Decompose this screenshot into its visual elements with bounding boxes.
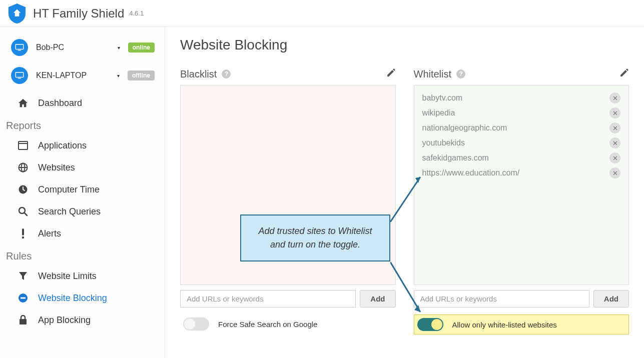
remove-button[interactable]: ✕ (609, 168, 620, 178)
svg-rect-4 (19, 142, 28, 150)
whitelist-column: Whitelist ? babytv.com✕wikipedia✕nationa… (414, 68, 629, 334)
list-item: wikipedia✕ (417, 106, 626, 120)
device-bob-pc[interactable]: Bob-PC ▾ online (0, 36, 165, 59)
device-name: KEN-LAPTOP (36, 71, 117, 80)
callout-arrow-icon (390, 172, 425, 222)
status-badge: offline (128, 70, 155, 80)
remove-button[interactable]: ✕ (609, 138, 620, 148)
nav-search-queries[interactable]: Search Queries (0, 200, 165, 222)
nav-label: Websites (38, 162, 75, 173)
alert-icon (17, 228, 29, 240)
svg-rect-16 (20, 319, 27, 324)
safe-search-row: Force Safe Search on Google (180, 314, 396, 334)
caret-down-icon: ▾ (117, 73, 120, 78)
svg-line-11 (25, 213, 27, 216)
svg-point-13 (22, 236, 24, 238)
whitelist-box: babytv.com✕wikipedia✕nationalgeographic.… (414, 85, 629, 285)
sidebar: Bob-PC ▾ online KEN-LAPTOP ▾ offline Das… (0, 27, 165, 358)
blacklist-column: Blacklist ? Add Force Safe Search on Goo… (180, 68, 396, 334)
filter-icon (17, 270, 29, 282)
page-title: Website Blocking (180, 37, 629, 53)
section-rules: Rules (0, 244, 165, 265)
list-item: babytv.com✕ (417, 90, 626, 106)
nav-label: Dashboard (38, 98, 82, 108)
nav-label: Website Blocking (38, 293, 107, 304)
callout-arrow-icon (390, 262, 425, 317)
list-item-text: safekidgames.com (422, 154, 489, 162)
app-title: HT Family Shield (33, 6, 124, 20)
nav-websites[interactable]: Websites (0, 156, 165, 178)
nav-app-blocking[interactable]: App Blocking (0, 309, 165, 331)
list-item-text: babytv.com (422, 94, 463, 102)
callout-line1: Add trusted sites to Whitelist (252, 224, 378, 238)
clock-icon (17, 184, 29, 196)
nav-label: App Blocking (38, 315, 91, 326)
nav-label: Search Queries (38, 206, 101, 217)
monitor-icon (11, 67, 28, 84)
svg-rect-1 (18, 50, 21, 50)
whitelist-only-row: Allow only white-listed websites (414, 314, 629, 334)
svg-rect-12 (22, 228, 24, 236)
edit-icon[interactable] (386, 68, 396, 80)
nav-dashboard[interactable]: Dashboard (0, 92, 165, 114)
app-version: 4.6.1 (129, 10, 144, 17)
caret-down-icon: ▾ (118, 45, 120, 50)
svg-rect-15 (21, 298, 26, 299)
globe-icon (17, 162, 29, 174)
list-item: nationalgeographic.com✕ (417, 120, 626, 136)
nav-label: Applications (38, 140, 87, 151)
svg-rect-3 (18, 78, 21, 78)
nav-label: Website Limits (38, 271, 97, 282)
whitelist-title: Whitelist (414, 68, 452, 80)
device-ken-laptop[interactable]: KEN-LAPTOP ▾ offline (0, 64, 165, 87)
window-icon (17, 140, 29, 152)
list-item: youtubekids✕ (417, 136, 626, 150)
whitelist-add-button[interactable]: Add (593, 290, 629, 308)
app-header: HT Family Shield 4.6.1 (0, 0, 644, 27)
nav-applications[interactable]: Applications (0, 134, 165, 156)
main-content: Website Blocking Blacklist ? Add (165, 27, 644, 358)
list-item-text: nationalgeographic.com (422, 124, 507, 132)
monitor-icon (11, 39, 28, 56)
list-item-text: youtubekids (422, 138, 465, 148)
svg-rect-0 (16, 44, 23, 50)
device-name: Bob-PC (36, 43, 118, 52)
search-icon (17, 206, 29, 218)
section-reports: Reports (0, 114, 165, 134)
remove-button[interactable]: ✕ (609, 108, 620, 118)
block-icon (17, 292, 29, 304)
home-icon (17, 97, 29, 109)
remove-button[interactable]: ✕ (609, 152, 620, 164)
edit-icon[interactable] (619, 68, 629, 80)
whitelist-only-label: Allow only white-listed websites (452, 320, 557, 329)
blacklist-add-input[interactable] (180, 290, 356, 308)
lock-icon (17, 314, 29, 326)
svg-rect-2 (16, 72, 23, 78)
status-badge: online (128, 42, 155, 52)
help-icon[interactable]: ? (222, 70, 231, 78)
svg-line-17 (390, 177, 420, 222)
remove-button[interactable]: ✕ (609, 92, 620, 104)
svg-line-19 (390, 262, 420, 312)
nav-label: Alerts (38, 228, 61, 239)
blacklist-title: Blacklist (180, 68, 217, 80)
whitelist-only-toggle[interactable] (417, 318, 443, 331)
whitelist-add-input[interactable] (414, 290, 589, 308)
list-item-text: wikipedia (422, 108, 455, 118)
nav-label: Computer Time (38, 184, 100, 195)
nav-computer-time[interactable]: Computer Time (0, 178, 165, 200)
shield-logo-icon (8, 4, 26, 24)
remove-button[interactable]: ✕ (609, 122, 620, 134)
safe-search-label: Force Safe Search on Google (218, 320, 317, 328)
instruction-callout: Add trusted sites to Whitelist and turn … (240, 214, 390, 262)
nav-website-blocking[interactable]: Website Blocking (0, 287, 165, 309)
nav-website-limits[interactable]: Website Limits (0, 265, 165, 287)
callout-line2: and turn on the toggle. (252, 238, 378, 252)
safe-search-toggle[interactable] (183, 318, 209, 330)
help-icon[interactable]: ? (456, 70, 465, 78)
list-item: safekidgames.com✕ (417, 150, 626, 166)
nav-alerts[interactable]: Alerts (0, 222, 165, 244)
list-item: https://www.education.com/✕ (417, 166, 626, 180)
list-item-text: https://www.education.com/ (422, 168, 520, 178)
